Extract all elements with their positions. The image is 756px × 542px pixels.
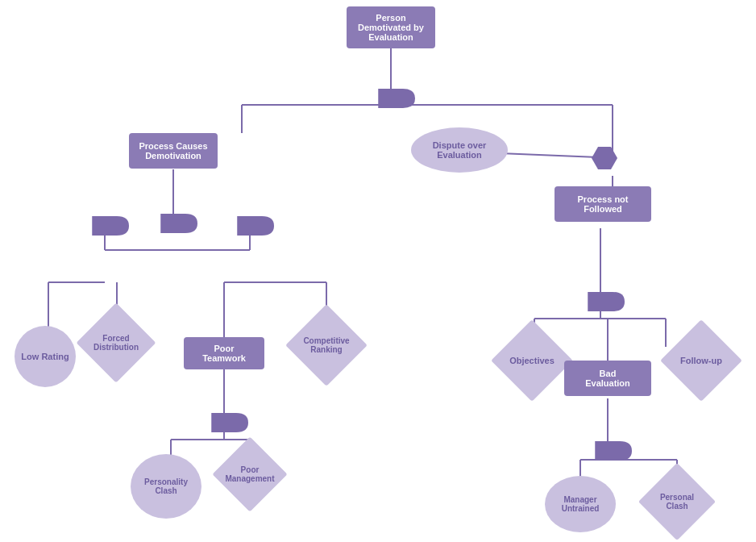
followup-node: Follow-up (661, 335, 741, 386)
process-not-followed-node: Process not Followed (555, 186, 651, 222)
bad-eval-node: Bad Evaluation (564, 361, 651, 396)
personality-clash-node: Personality Clash (131, 454, 201, 519)
poor-mgmt-node: Poor Management (214, 450, 286, 498)
forced-dist-node: Forced Distribution (76, 319, 156, 366)
root-node: Person Demotivated by Evaluation (347, 6, 435, 48)
diagram: Person Demotivated by Evaluation Process… (0, 0, 756, 542)
svg-marker-44 (592, 147, 617, 169)
manager-untrained-node: Manager Untrained (545, 476, 616, 532)
process-causes-node: Process Causes Demotivation (129, 133, 218, 169)
personal-clash-node: Personal Clash (640, 476, 714, 527)
low-rating-node: Low Rating (15, 326, 76, 387)
dispute-over-node: Dispute over Evaluation (411, 127, 508, 173)
objectives-node: Objectives (492, 335, 572, 386)
poor-teamwork-node: Poor Teamwork (184, 337, 264, 369)
comp-ranking-node: Competitive Ranking (286, 319, 367, 371)
